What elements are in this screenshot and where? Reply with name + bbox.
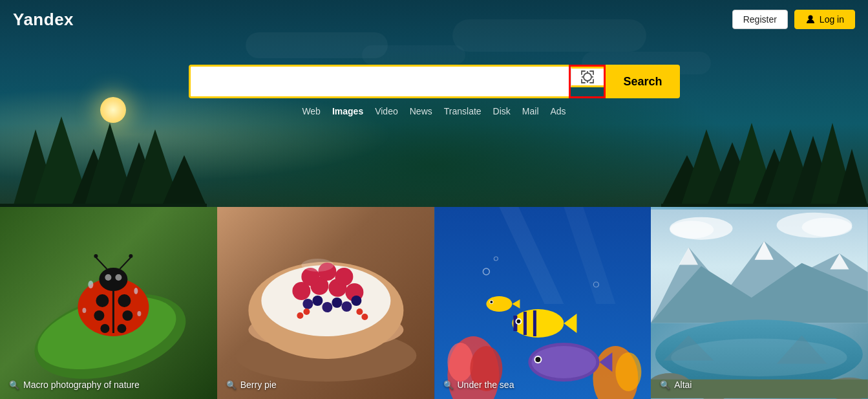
user-icon (805, 14, 816, 25)
svg-line-38 (120, 257, 131, 269)
svg-point-34 (122, 310, 132, 321)
svg-point-32 (118, 294, 131, 307)
nav-disk[interactable]: Disk (493, 106, 511, 116)
nav-links: Web Images Video News Translate Disk Mai… (189, 106, 680, 116)
image-grid: 🔍 Macro photography of nature (0, 207, 868, 399)
undersea-image (434, 207, 651, 399)
svg-point-57 (335, 268, 353, 286)
grid-item-ladybug[interactable]: 🔍 Macro photography of nature (0, 207, 217, 399)
camera-icon (579, 69, 596, 85)
camera-search-button[interactable] (571, 67, 604, 87)
svg-point-31 (96, 294, 109, 307)
search-button[interactable]: Search (606, 65, 679, 98)
logo: Yandex (13, 10, 74, 30)
svg-point-20 (808, 16, 812, 20)
svg-point-112 (670, 221, 714, 238)
svg-point-35 (100, 324, 109, 333)
register-button[interactable]: Register (732, 10, 788, 29)
svg-point-61 (332, 297, 342, 308)
svg-point-83 (531, 346, 596, 378)
svg-point-71 (447, 343, 473, 382)
camera-button-wrapper (569, 65, 606, 98)
svg-point-58 (302, 299, 313, 309)
nav-web[interactable]: Web (302, 106, 321, 116)
svg-point-68 (301, 259, 333, 272)
nav-news[interactable]: News (410, 106, 432, 116)
undersea-caption: 🔍 Under the sea (443, 380, 514, 390)
svg-point-33 (94, 310, 104, 321)
altai-caption: 🔍 Altai (660, 380, 692, 390)
svg-point-65 (303, 308, 310, 315)
grid-item-undersea[interactable]: 🔍 Under the sea (434, 207, 651, 399)
svg-point-87 (486, 296, 512, 312)
svg-point-43 (88, 281, 93, 288)
ladybug-svg (0, 207, 217, 399)
svg-point-45 (82, 308, 86, 313)
search-bar: Search (189, 65, 680, 98)
nav-translate[interactable]: Translate (444, 106, 482, 116)
svg-point-74 (615, 352, 641, 391)
search-input[interactable] (189, 65, 569, 98)
svg-point-64 (297, 312, 303, 319)
svg-point-66 (356, 308, 363, 315)
svg-point-90 (490, 301, 492, 303)
svg-point-86 (535, 357, 540, 362)
svg-point-114 (802, 218, 852, 237)
svg-point-62 (341, 301, 352, 312)
svg-point-63 (351, 296, 361, 306)
berrypie-caption: 🔍 Berry pie (226, 380, 277, 390)
svg-point-46 (137, 311, 141, 316)
berrypie-svg (217, 207, 434, 399)
svg-point-81 (516, 319, 520, 323)
svg-point-41 (105, 274, 111, 281)
altai-image (651, 207, 868, 399)
nav-mail[interactable]: Mail (522, 106, 539, 116)
nav-video[interactable]: Video (375, 106, 398, 116)
undersea-svg (434, 207, 651, 399)
header: Yandex Register Log in (0, 0, 868, 39)
header-buttons: Register Log in (732, 10, 855, 29)
ladybug-image (0, 207, 217, 399)
ladybug-caption: 🔍 Macro photography of nature (9, 380, 140, 390)
svg-point-67 (361, 314, 368, 320)
svg-point-21 (584, 73, 591, 81)
svg-point-60 (322, 302, 332, 312)
svg-point-40 (129, 254, 132, 258)
search-area: Search Web Images Video News Translate D… (189, 65, 680, 116)
nav-ads[interactable]: Ads (551, 106, 566, 116)
grid-item-altai[interactable]: 🔍 Altai (651, 207, 868, 399)
trees-right-decoration (661, 78, 868, 207)
svg-point-42 (115, 274, 122, 281)
trees-left-decoration (0, 78, 207, 207)
svg-point-44 (134, 288, 138, 294)
berrypie-image (217, 207, 434, 399)
nav-images[interactable]: Images (332, 106, 363, 116)
svg-point-39 (94, 254, 98, 258)
svg-point-59 (312, 296, 323, 306)
svg-point-36 (117, 324, 126, 333)
login-button[interactable]: Log in (794, 10, 855, 29)
svg-line-37 (96, 257, 107, 269)
altai-svg (651, 207, 868, 399)
cloud-decoration (362, 45, 465, 65)
grid-item-berrypie[interactable]: 🔍 Berry pie (217, 207, 434, 399)
